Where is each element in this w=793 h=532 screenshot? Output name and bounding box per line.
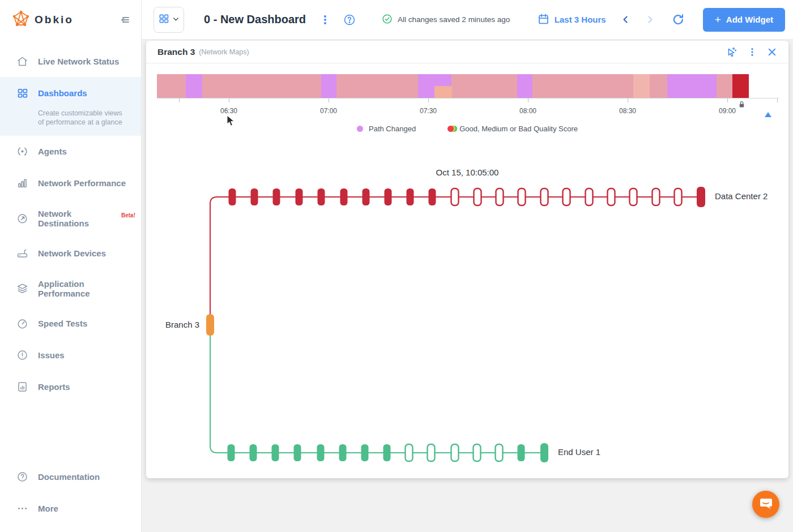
- legend-item-good-medium-or-bad-quality-score: Good, Medium or Bad Quality Score: [451, 125, 578, 133]
- sidebar-item-label: Agents: [38, 147, 67, 156]
- hop-data-center-2: [586, 188, 593, 205]
- refresh-icon[interactable]: [672, 13, 685, 26]
- sidebar-item-network-destinations[interactable]: Network Destinations Beta!: [0, 199, 141, 238]
- sidebar-item-label: Network Devices: [38, 248, 106, 258]
- hop-end-user-1: [339, 444, 347, 461]
- axis-tick: [179, 98, 180, 102]
- sidebar-item-dashboards[interactable]: Dashboards Create customizable views of …: [0, 77, 141, 136]
- sidebar-item-label: Documentation: [38, 472, 100, 482]
- axis-tick: [628, 98, 628, 102]
- axis-tick: [528, 98, 528, 102]
- timeline-segment-darkred: [732, 74, 749, 98]
- map-node-label-branch-3: Branch 3: [160, 320, 199, 329]
- date-range-label: Last 3 Hours: [555, 15, 606, 24]
- sidebar-item-label: Speed Tests: [38, 319, 87, 328]
- timeline-track[interactable]: [157, 74, 779, 98]
- hop-end-user-1: [451, 444, 459, 461]
- time-prev-icon[interactable]: [621, 15, 630, 24]
- topbar-left: Obkio: [0, 0, 142, 40]
- date-range-button[interactable]: Last 3 Hours: [538, 13, 606, 27]
- sidebar-item-network-devices[interactable]: Network Devices: [0, 238, 141, 269]
- axis-tick: [727, 98, 728, 102]
- legend-item-path-changed: Path Changed: [357, 125, 416, 133]
- widget-title: Branch 3: [157, 47, 195, 57]
- hop-data-center-2: [407, 188, 414, 205]
- axis-tick-label: 08:30: [611, 107, 645, 115]
- add-widget-button[interactable]: + Add Widget: [703, 8, 785, 32]
- legend-dot-icon: [357, 126, 363, 132]
- widget-subtitle: (Network Maps): [199, 48, 249, 56]
- hop-end-user-1: [361, 444, 369, 461]
- timeline-handle-icon[interactable]: [765, 112, 771, 117]
- timeline-legend: Path ChangedGood, Medium or Bad Quality …: [146, 125, 788, 133]
- hop-end-user-1: [317, 444, 325, 461]
- sidebar-item-label: Issues: [38, 350, 65, 360]
- network-map-widget: Branch 3 (Network Maps): [146, 41, 788, 478]
- sidebar-item-label: Live Network Status: [38, 57, 119, 66]
- dashboard-grid-icon: [158, 13, 169, 27]
- hop-end-user-1: [496, 444, 503, 461]
- node-end-user-1: [540, 443, 548, 462]
- sidebar-item-agents[interactable]: Agents: [0, 136, 141, 168]
- hop-end-user-1: [383, 444, 391, 461]
- axis-tick-label: 08:00: [511, 107, 545, 115]
- sidebar-item-application-performance[interactable]: Application Performance: [0, 269, 141, 308]
- obkio-logo[interactable]: Obkio: [12, 10, 74, 29]
- timeline-segment-purple: [186, 74, 202, 98]
- sidebar-collapse-icon[interactable]: [117, 13, 131, 27]
- hop-data-center-2: [518, 188, 526, 205]
- dashboard-selector-button[interactable]: [154, 7, 184, 33]
- hop-data-center-2: [563, 188, 570, 205]
- hop-data-center-2: [318, 188, 325, 205]
- hop-data-center-2: [608, 188, 615, 205]
- hop-data-center-2: [340, 188, 348, 205]
- layers-icon: [16, 282, 28, 295]
- more-icon: [16, 502, 28, 514]
- sidebar-nav-top: Live Network Status Dashboards Create cu…: [0, 45, 141, 403]
- pointer-interaction-icon[interactable]: [725, 46, 737, 58]
- sidebar-item-more[interactable]: More: [0, 492, 141, 524]
- chat-launcher-button[interactable]: [752, 491, 779, 518]
- dashboard-menu-kebab-icon[interactable]: [321, 14, 330, 25]
- widget-close-icon[interactable]: [767, 47, 777, 57]
- report-icon: [16, 381, 28, 393]
- widget-header: Branch 3 (Network Maps): [146, 41, 788, 63]
- axis-tick-label: 06:30: [212, 107, 246, 115]
- axis-tick: [777, 98, 778, 102]
- hop-data-center-2: [229, 188, 236, 205]
- hop-end-user-1: [294, 444, 301, 461]
- barchart-icon: [16, 177, 28, 190]
- axis-tick-label: 07:30: [411, 107, 445, 115]
- timeline-segment-lightpink: [633, 74, 650, 98]
- axis-tick: [229, 98, 229, 102]
- sidebar-item-network-performance[interactable]: Network Performance: [0, 168, 141, 199]
- map-node-label-data-center-2: Data Center 2: [715, 191, 768, 201]
- map-node-label-end-user-1: End User 1: [558, 447, 600, 457]
- sidebar-item-live-network-status[interactable]: Live Network Status: [0, 45, 141, 77]
- widget-menu-kebab-icon[interactable]: [748, 47, 756, 57]
- sidebar-item-documentation[interactable]: Documentation: [0, 461, 141, 492]
- time-next-icon: [645, 15, 655, 24]
- add-widget-label: Add Widget: [726, 15, 773, 24]
- hop-end-user-1: [250, 444, 257, 461]
- timeline-heatmap-bar[interactable]: [157, 74, 749, 98]
- router-icon: [16, 247, 28, 260]
- hop-data-center-2: [429, 188, 436, 205]
- obkio-logo-icon: [12, 10, 29, 29]
- save-status: All changes saved 2 minutes ago: [382, 14, 510, 26]
- top-bar: Obkio 0 - New Dashboard: [0, 0, 793, 40]
- topbar-main: 0 - New Dashboard All changes saved 2 mi…: [142, 0, 793, 40]
- sidebar-item-issues[interactable]: Issues: [0, 340, 141, 371]
- node-source-branch-3: [206, 314, 214, 336]
- obkio-logo-text: Obkio: [35, 14, 74, 26]
- sidebar-item-description: Create customizable views of performance…: [0, 109, 141, 136]
- path-line-end-user-1: [210, 336, 544, 453]
- sidebar-item-reports[interactable]: Reports: [0, 371, 141, 403]
- sidebar-spacer: [0, 403, 141, 461]
- sidebar-item-speed-tests[interactable]: Speed Tests: [0, 308, 141, 340]
- grid-icon: [16, 87, 28, 99]
- help-icon[interactable]: [343, 14, 356, 26]
- sidebar-item-label: Reports: [38, 382, 70, 392]
- hop-data-center-2: [385, 188, 392, 205]
- hop-data-center-2: [496, 188, 504, 205]
